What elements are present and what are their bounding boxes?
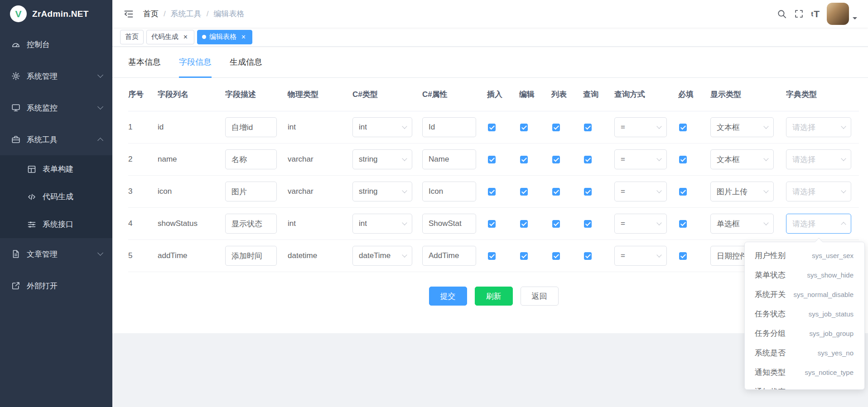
sidebar-menu-item[interactable]: 表单构建 — [0, 155, 112, 183]
query-checkbox[interactable] — [584, 124, 592, 131]
tab[interactable]: 字段信息 — [179, 47, 212, 78]
edit-checkbox[interactable] — [520, 188, 528, 196]
csharp-type-select[interactable]: int — [352, 117, 412, 137]
query-mode-select[interactable]: = — [614, 214, 667, 234]
tag-close-icon[interactable]: × — [240, 33, 247, 41]
dict-option[interactable]: 任务状态 sys_job_status — [745, 304, 864, 324]
dict-option[interactable]: 系统是否 sys_yes_no — [745, 343, 864, 363]
column-desc-input[interactable]: 自增id — [225, 117, 277, 137]
required-checkbox[interactable] — [679, 220, 687, 228]
query-mode-select[interactable]: = — [614, 117, 667, 137]
fullscreen-icon[interactable] — [794, 9, 804, 19]
action-button[interactable]: 刷新 — [475, 287, 513, 306]
breadcrumb-item[interactable]: 首页 — [143, 9, 159, 19]
insert-checkbox[interactable] — [488, 188, 496, 196]
query-checkbox[interactable] — [584, 252, 592, 260]
column-desc-input[interactable]: 显示状态 — [225, 214, 277, 234]
sidebar-menu-item[interactable]: 外部打开 — [0, 270, 112, 302]
sidebar-menu-item[interactable]: 系统监控 — [0, 92, 112, 124]
logo[interactable]: V ZrAdmin.NET — [0, 0, 112, 28]
table-header-cell: 必填 — [678, 89, 710, 100]
font-size-icon[interactable] — [811, 9, 820, 19]
edit-checkbox[interactable] — [520, 220, 528, 228]
action-button[interactable]: 提交 — [429, 287, 467, 306]
dict-option[interactable]: 用户性别 sys_user_sex — [745, 246, 864, 265]
csharp-type-select[interactable]: int — [352, 214, 412, 234]
dict-option-label: 任务状态 — [755, 309, 786, 319]
insert-checkbox[interactable] — [488, 124, 496, 131]
column-desc-input[interactable]: 添加时间 — [225, 246, 277, 266]
required-checkbox[interactable] — [679, 124, 687, 131]
csharp-type-select[interactable]: string — [352, 149, 412, 169]
display-type-select[interactable]: 图片上传 — [710, 182, 774, 201]
csharp-attr-input[interactable]: AddTime — [422, 246, 476, 266]
column-name: showStatus — [158, 219, 225, 228]
query-mode-select[interactable]: = — [614, 149, 667, 169]
query-checkbox[interactable] — [584, 188, 592, 196]
tag-chip[interactable]: 首页 × — [120, 30, 144, 44]
list-checkbox[interactable] — [552, 252, 560, 260]
sidebar-menu-item[interactable]: 系统工具 — [0, 124, 112, 155]
display-type-select[interactable]: 单选框 — [710, 214, 774, 234]
query-checkbox[interactable] — [584, 156, 592, 163]
dict-option-code: sys_job_group — [809, 330, 854, 337]
tab[interactable]: 基本信息 — [128, 47, 161, 78]
dict-type-select[interactable]: 请选择 — [786, 182, 851, 201]
tab[interactable]: 生成信息 — [230, 47, 262, 78]
query-checkbox[interactable] — [584, 220, 592, 228]
csharp-attr-input[interactable]: ShowStat — [422, 214, 476, 234]
display-type-select[interactable]: 文本框 — [710, 117, 774, 137]
csharp-type-select[interactable]: dateTime — [352, 246, 412, 266]
insert-checkbox[interactable] — [488, 252, 496, 260]
tag-chip[interactable]: 编辑表格 × — [197, 30, 252, 44]
list-checkbox[interactable] — [552, 220, 560, 228]
physical-type: varchar — [288, 155, 352, 164]
row-index: 3 — [128, 187, 158, 196]
breadcrumb-item[interactable]: 系统工具 — [159, 9, 202, 19]
column-desc-input[interactable]: 名称 — [225, 149, 277, 169]
insert-checkbox[interactable] — [488, 156, 496, 163]
sidebar-menu-item[interactable]: 系统接口 — [0, 211, 112, 238]
dict-option[interactable]: 通知状态 — [745, 382, 864, 390]
sidebar-menu-item[interactable]: 控制台 — [0, 29, 112, 60]
query-mode-select[interactable]: = — [614, 182, 667, 201]
breadcrumb-item[interactable]: 编辑表格 — [202, 9, 245, 19]
list-checkbox[interactable] — [552, 124, 560, 131]
dict-type-select[interactable]: 请选择 — [786, 214, 851, 234]
avatar[interactable] — [827, 3, 849, 25]
sidebar-menu-item[interactable]: 系统管理 — [0, 60, 112, 92]
edit-checkbox[interactable] — [520, 156, 528, 163]
tag-chip[interactable]: 代码生成 × — [146, 30, 194, 44]
caret-down-icon[interactable] — [853, 17, 857, 22]
table-header-cell: 序号 — [128, 89, 158, 100]
edit-checkbox[interactable] — [520, 252, 528, 260]
required-checkbox[interactable] — [679, 252, 687, 260]
required-checkbox[interactable] — [679, 156, 687, 163]
dict-type-select[interactable]: 请选择 — [786, 149, 851, 169]
list-checkbox[interactable] — [552, 188, 560, 196]
sidebar-toggle-icon[interactable] — [123, 9, 134, 19]
dict-type-select[interactable]: 请选择 — [786, 117, 851, 137]
tag-close-icon[interactable]: × — [182, 33, 189, 41]
display-type-select[interactable]: 文本框 — [710, 149, 774, 169]
query-mode-select[interactable]: = — [614, 246, 667, 266]
csharp-attr-input[interactable]: Icon — [422, 182, 476, 201]
list-checkbox[interactable] — [552, 156, 560, 163]
dict-option[interactable]: 系统开关 sys_normal_disable — [745, 285, 864, 304]
menu-item-icon — [11, 249, 21, 259]
sidebar-menu-item[interactable]: 代码生成 — [0, 183, 112, 211]
csharp-attr-input[interactable]: Name — [422, 149, 476, 169]
required-checkbox[interactable] — [679, 188, 687, 196]
dict-option[interactable]: 通知类型 sys_notice_type — [745, 363, 864, 382]
csharp-type-select[interactable]: string — [352, 182, 412, 201]
dict-option[interactable]: 任务分组 sys_job_group — [745, 324, 864, 343]
search-icon[interactable] — [777, 9, 787, 19]
column-desc-input[interactable]: 图片 — [225, 182, 277, 201]
edit-checkbox[interactable] — [520, 124, 528, 131]
csharp-attr-input[interactable]: Id — [422, 117, 476, 137]
sidebar-menu-item[interactable]: 文章管理 — [0, 238, 112, 270]
insert-checkbox[interactable] — [488, 220, 496, 228]
menu-item-icon — [11, 134, 21, 144]
dict-option[interactable]: 菜单状态 sys_show_hide — [745, 265, 864, 285]
action-button[interactable]: 返回 — [521, 287, 559, 306]
